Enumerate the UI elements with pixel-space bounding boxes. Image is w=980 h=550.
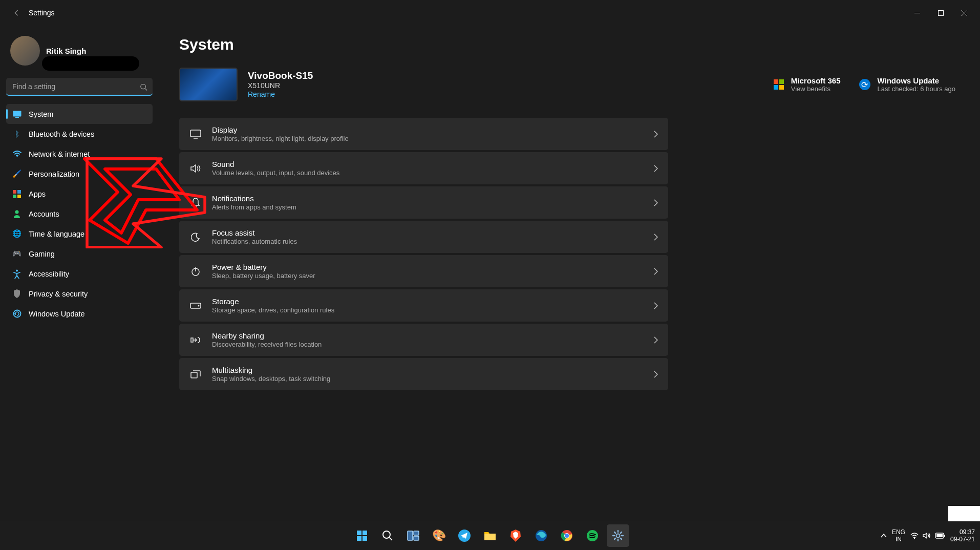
taskbar-app-chrome[interactable] (556, 524, 578, 547)
chevron-right-icon (654, 371, 658, 378)
storage-icon (189, 303, 202, 309)
chevron-right-icon (654, 268, 658, 275)
setting-storage[interactable]: StorageStorage space, drives, configurat… (179, 289, 668, 322)
nav-accessibility[interactable]: Accessibility (6, 264, 153, 284)
update-title: Windows Update (878, 76, 956, 85)
svg-rect-28 (363, 536, 367, 541)
display-icon (189, 130, 202, 139)
svg-rect-10 (17, 190, 21, 194)
svg-rect-23 (191, 372, 197, 378)
search-wrap (6, 78, 153, 96)
rename-link[interactable]: Rename (248, 90, 275, 98)
taskbar-app-spotify[interactable] (581, 524, 604, 547)
sound-icon (189, 164, 202, 173)
setting-display[interactable]: DisplayMonitors, brightness, night light… (179, 118, 668, 150)
nav-network[interactable]: Network & internet (6, 144, 153, 164)
ms365-title: Microsoft 365 (791, 76, 841, 85)
windows-icon (356, 530, 368, 542)
svg-rect-1 (938, 10, 943, 15)
spotify-icon (586, 530, 599, 542)
tray-chevron[interactable] (881, 534, 887, 538)
svg-line-30 (390, 538, 393, 541)
brush-icon: 🖌️ (12, 170, 22, 179)
nav-personalization[interactable]: 🖌️ Personalization (6, 164, 153, 184)
taskbar-app-settings[interactable] (607, 524, 629, 547)
taskbar-tray: ENG IN 09:37 09-07-21 (881, 528, 975, 543)
nav-label: Windows Update (29, 310, 85, 318)
nav-privacy[interactable]: Privacy & security (6, 284, 153, 304)
search-input[interactable] (6, 78, 153, 96)
nav-list: System ᛒ Bluetooth & devices Network & i… (6, 104, 153, 324)
ms365-sub: View benefits (791, 85, 841, 93)
svg-rect-27 (357, 536, 361, 541)
nav-apps[interactable]: Apps (6, 184, 153, 204)
chevron-up-icon (881, 534, 887, 538)
task-view[interactable] (402, 524, 424, 547)
nav-system[interactable]: System (6, 104, 153, 124)
taskbar-app-paint[interactable]: 🎨 (428, 524, 450, 547)
setting-focus-assist[interactable]: Focus assistNotifications, automatic rul… (179, 221, 668, 253)
setting-desc: Sleep, battery usage, battery saver (212, 272, 644, 280)
setting-title: Sound (212, 160, 644, 168)
setting-desc: Volume levels, output, input, sound devi… (212, 169, 644, 177)
svg-point-39 (565, 534, 569, 538)
taskbar-app-brave[interactable] (504, 524, 527, 547)
svg-rect-32 (414, 531, 419, 535)
volume-tray-icon (923, 532, 931, 539)
search-icon (382, 530, 393, 541)
language-indicator[interactable]: ENG IN (892, 528, 905, 543)
setting-notifications[interactable]: NotificationsAlerts from apps and system (179, 186, 668, 219)
svg-point-8 (16, 156, 17, 157)
tray-icons[interactable] (910, 532, 945, 539)
window-title: Settings (29, 9, 55, 17)
maximize-button[interactable] (929, 5, 952, 21)
device-thumbnail[interactable] (179, 68, 238, 101)
setting-desc: Alerts from apps and system (212, 203, 644, 211)
chevron-right-icon (654, 234, 658, 241)
setting-title: Nearby sharing (212, 331, 644, 340)
brave-icon (510, 530, 521, 542)
setting-title: Power & battery (212, 263, 644, 271)
update-sub: Last checked: 6 hours ago (878, 85, 956, 93)
setting-desc: Snap windows, desktops, task switching (212, 375, 644, 383)
clock[interactable]: 09:37 09-07-21 (950, 528, 975, 543)
system-icon (12, 110, 22, 119)
taskbar: 🎨 ENG IN (0, 521, 980, 550)
chevron-right-icon (654, 131, 658, 138)
setting-title: Focus assist (212, 228, 644, 237)
lang-line2: IN (892, 536, 905, 543)
maximize-icon (938, 10, 944, 16)
nav-label: Personalization (29, 170, 79, 178)
minimize-button[interactable] (905, 5, 929, 21)
setting-power-battery[interactable]: Power & batterySleep, battery usage, bat… (179, 255, 668, 287)
svg-rect-11 (13, 195, 16, 198)
setting-desc: Notifications, automatic rules (212, 238, 644, 245)
user-section[interactable]: Ritik Singh (6, 26, 153, 78)
close-icon (962, 10, 967, 16)
taskbar-app-explorer[interactable] (479, 524, 501, 547)
setting-nearby-sharing[interactable]: Nearby sharingDiscoverability, received … (179, 324, 668, 356)
close-button[interactable] (952, 5, 976, 21)
nav-label: Accounts (29, 210, 59, 218)
windows-update-link[interactable]: ⟳ Windows Update Last checked: 6 hours a… (859, 76, 956, 93)
setting-sound[interactable]: SoundVolume levels, output, input, sound… (179, 152, 668, 184)
ms365-link[interactable]: Microsoft 365 View benefits (774, 76, 841, 93)
nav-gaming[interactable]: 🎮 Gaming (6, 244, 153, 264)
taskbar-search[interactable] (376, 524, 399, 547)
nav-accounts[interactable]: Accounts (6, 204, 153, 224)
moon-icon (189, 232, 202, 242)
nav-label: Gaming (29, 250, 55, 258)
svg-point-29 (383, 531, 390, 538)
nav-label: System (29, 110, 53, 118)
user-name: Ritik Singh (46, 47, 86, 55)
apps-icon (12, 189, 22, 199)
taskbar-app-edge[interactable] (530, 524, 552, 547)
back-button[interactable] (10, 7, 23, 19)
setting-multitasking[interactable]: MultitaskingSnap windows, desktops, task… (179, 358, 668, 390)
nav-windows-update[interactable]: Windows Update (6, 304, 153, 324)
nav-bluetooth[interactable]: ᛒ Bluetooth & devices (6, 124, 153, 144)
svg-rect-25 (357, 531, 361, 535)
taskbar-app-telegram[interactable] (453, 524, 476, 547)
nav-time-language[interactable]: 🌐 Time & language (6, 224, 153, 244)
start-button[interactable] (351, 524, 373, 547)
